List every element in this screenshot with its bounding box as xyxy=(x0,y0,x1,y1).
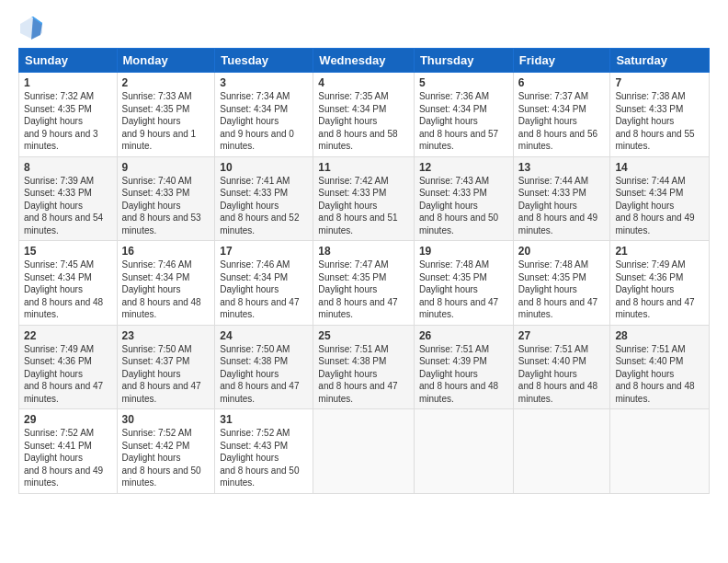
day-number: 31 xyxy=(220,413,308,426)
day-number: 21 xyxy=(615,245,704,258)
day-number: 26 xyxy=(419,329,508,342)
day-info: Sunrise: 7:49 AMSunset: 4:36 PMDaylight … xyxy=(615,259,694,319)
calendar-cell: 10 Sunrise: 7:41 AMSunset: 4:33 PMDaylig… xyxy=(215,156,313,241)
calendar-cell xyxy=(313,409,415,494)
day-number: 3 xyxy=(220,76,308,89)
calendar-cell: 9 Sunrise: 7:40 AMSunset: 4:33 PMDayligh… xyxy=(117,156,215,241)
calendar-cell: 30 Sunrise: 7:52 AMSunset: 4:42 PMDaylig… xyxy=(117,409,215,494)
day-info: Sunrise: 7:51 AMSunset: 4:40 PMDaylight … xyxy=(518,344,597,404)
calendar-cell: 17 Sunrise: 7:46 AMSunset: 4:34 PMDaylig… xyxy=(215,241,313,326)
day-number: 4 xyxy=(318,76,409,89)
day-info: Sunrise: 7:50 AMSunset: 4:38 PMDaylight … xyxy=(220,344,299,404)
day-info: Sunrise: 7:42 AMSunset: 4:33 PMDaylight … xyxy=(318,176,397,236)
calendar-cell: 29 Sunrise: 7:52 AMSunset: 4:41 PMDaylig… xyxy=(19,409,118,494)
day-info: Sunrise: 7:47 AMSunset: 4:35 PMDaylight … xyxy=(318,259,397,319)
day-info: Sunrise: 7:41 AMSunset: 4:33 PMDaylight … xyxy=(220,176,299,236)
calendar-cell: 24 Sunrise: 7:50 AMSunset: 4:38 PMDaylig… xyxy=(215,325,313,409)
calendar-page: SundayMondayTuesdayWednesdayThursdayFrid… xyxy=(0,0,728,563)
calendar-cell: 13 Sunrise: 7:44 AMSunset: 4:33 PMDaylig… xyxy=(513,156,610,241)
calendar-cell: 2 Sunrise: 7:33 AMSunset: 4:35 PMDayligh… xyxy=(117,73,215,157)
calendar-cell: 5 Sunrise: 7:36 AMSunset: 4:34 PMDayligh… xyxy=(414,73,513,157)
calendar-cell: 27 Sunrise: 7:51 AMSunset: 4:40 PMDaylig… xyxy=(513,325,610,409)
calendar-cell: 3 Sunrise: 7:34 AMSunset: 4:34 PMDayligh… xyxy=(215,73,313,157)
calendar-cell: 28 Sunrise: 7:51 AMSunset: 4:40 PMDaylig… xyxy=(610,325,710,409)
day-number: 15 xyxy=(24,245,112,258)
col-header-tuesday: Tuesday xyxy=(215,49,313,73)
calendar-cell: 12 Sunrise: 7:43 AMSunset: 4:33 PMDaylig… xyxy=(414,156,513,241)
calendar-cell xyxy=(513,409,610,494)
day-info: Sunrise: 7:46 AMSunset: 4:34 PMDaylight … xyxy=(220,259,299,319)
calendar-cell: 19 Sunrise: 7:48 AMSunset: 4:35 PMDaylig… xyxy=(414,241,513,326)
calendar-cell: 11 Sunrise: 7:42 AMSunset: 4:33 PMDaylig… xyxy=(313,156,415,241)
calendar-cell: 26 Sunrise: 7:51 AMSunset: 4:39 PMDaylig… xyxy=(414,325,513,409)
day-number: 22 xyxy=(24,329,112,342)
day-number: 10 xyxy=(220,161,308,174)
day-info: Sunrise: 7:43 AMSunset: 4:33 PMDaylight … xyxy=(419,176,498,236)
calendar-cell: 20 Sunrise: 7:48 AMSunset: 4:35 PMDaylig… xyxy=(513,241,610,326)
logo xyxy=(18,15,48,40)
day-info: Sunrise: 7:44 AMSunset: 4:33 PMDaylight … xyxy=(518,176,597,236)
day-info: Sunrise: 7:51 AMSunset: 4:39 PMDaylight … xyxy=(419,344,498,404)
day-info: Sunrise: 7:52 AMSunset: 4:41 PMDaylight … xyxy=(24,428,103,488)
day-number: 19 xyxy=(419,245,508,258)
header xyxy=(18,15,710,40)
day-info: Sunrise: 7:35 AMSunset: 4:34 PMDaylight … xyxy=(318,91,397,151)
day-number: 12 xyxy=(419,161,508,174)
day-number: 9 xyxy=(122,161,210,174)
calendar-header-row: SundayMondayTuesdayWednesdayThursdayFrid… xyxy=(19,49,710,73)
week-row-3: 15 Sunrise: 7:45 AMSunset: 4:34 PMDaylig… xyxy=(19,241,710,326)
calendar-cell: 6 Sunrise: 7:37 AMSunset: 4:34 PMDayligh… xyxy=(513,73,610,157)
day-number: 11 xyxy=(318,161,409,174)
calendar-cell xyxy=(610,409,710,494)
day-number: 13 xyxy=(518,161,606,174)
day-number: 18 xyxy=(318,245,409,258)
day-info: Sunrise: 7:51 AMSunset: 4:38 PMDaylight … xyxy=(318,344,397,404)
calendar-cell: 8 Sunrise: 7:39 AMSunset: 4:33 PMDayligh… xyxy=(19,156,118,241)
day-info: Sunrise: 7:37 AMSunset: 4:34 PMDaylight … xyxy=(518,91,597,151)
day-number: 30 xyxy=(122,413,210,426)
week-row-1: 1 Sunrise: 7:32 AMSunset: 4:35 PMDayligh… xyxy=(19,73,710,157)
day-info: Sunrise: 7:46 AMSunset: 4:34 PMDaylight … xyxy=(122,259,201,319)
day-info: Sunrise: 7:51 AMSunset: 4:40 PMDaylight … xyxy=(615,344,694,404)
day-info: Sunrise: 7:44 AMSunset: 4:34 PMDaylight … xyxy=(615,176,694,236)
day-number: 2 xyxy=(122,76,210,89)
calendar-cell: 23 Sunrise: 7:50 AMSunset: 4:37 PMDaylig… xyxy=(117,325,215,409)
day-number: 20 xyxy=(518,245,606,258)
day-info: Sunrise: 7:32 AMSunset: 4:35 PMDaylight … xyxy=(24,91,98,151)
calendar-cell: 25 Sunrise: 7:51 AMSunset: 4:38 PMDaylig… xyxy=(313,325,415,409)
week-row-4: 22 Sunrise: 7:49 AMSunset: 4:36 PMDaylig… xyxy=(19,325,710,409)
day-number: 14 xyxy=(615,161,704,174)
col-header-wednesday: Wednesday xyxy=(313,49,415,73)
calendar-cell: 1 Sunrise: 7:32 AMSunset: 4:35 PMDayligh… xyxy=(19,73,118,157)
day-info: Sunrise: 7:40 AMSunset: 4:33 PMDaylight … xyxy=(122,176,201,236)
day-number: 6 xyxy=(518,76,606,89)
week-row-5: 29 Sunrise: 7:52 AMSunset: 4:41 PMDaylig… xyxy=(19,409,710,494)
col-header-friday: Friday xyxy=(513,49,610,73)
day-number: 1 xyxy=(24,76,112,89)
day-info: Sunrise: 7:34 AMSunset: 4:34 PMDaylight … xyxy=(220,91,294,151)
day-number: 16 xyxy=(122,245,210,258)
day-info: Sunrise: 7:48 AMSunset: 4:35 PMDaylight … xyxy=(518,259,597,319)
day-info: Sunrise: 7:52 AMSunset: 4:42 PMDaylight … xyxy=(122,428,201,488)
col-header-saturday: Saturday xyxy=(610,49,710,73)
col-header-thursday: Thursday xyxy=(414,49,513,73)
day-number: 29 xyxy=(24,413,112,426)
day-number: 24 xyxy=(220,329,308,342)
calendar-cell: 16 Sunrise: 7:46 AMSunset: 4:34 PMDaylig… xyxy=(117,241,215,326)
calendar-cell: 21 Sunrise: 7:49 AMSunset: 4:36 PMDaylig… xyxy=(610,241,710,326)
calendar-cell: 22 Sunrise: 7:49 AMSunset: 4:36 PMDaylig… xyxy=(19,325,118,409)
calendar-cell: 18 Sunrise: 7:47 AMSunset: 4:35 PMDaylig… xyxy=(313,241,415,326)
day-info: Sunrise: 7:36 AMSunset: 4:34 PMDaylight … xyxy=(419,91,498,151)
day-number: 7 xyxy=(615,76,704,89)
day-info: Sunrise: 7:50 AMSunset: 4:37 PMDaylight … xyxy=(122,344,201,404)
week-row-2: 8 Sunrise: 7:39 AMSunset: 4:33 PMDayligh… xyxy=(19,156,710,241)
calendar-cell: 15 Sunrise: 7:45 AMSunset: 4:34 PMDaylig… xyxy=(19,241,118,326)
day-info: Sunrise: 7:45 AMSunset: 4:34 PMDaylight … xyxy=(24,259,103,319)
logo-icon xyxy=(18,15,44,40)
calendar-cell: 7 Sunrise: 7:38 AMSunset: 4:33 PMDayligh… xyxy=(610,73,710,157)
col-header-sunday: Sunday xyxy=(19,49,118,73)
day-number: 25 xyxy=(318,329,409,342)
day-info: Sunrise: 7:49 AMSunset: 4:36 PMDaylight … xyxy=(24,344,103,404)
calendar-cell: 4 Sunrise: 7:35 AMSunset: 4:34 PMDayligh… xyxy=(313,73,415,157)
day-number: 28 xyxy=(615,329,704,342)
